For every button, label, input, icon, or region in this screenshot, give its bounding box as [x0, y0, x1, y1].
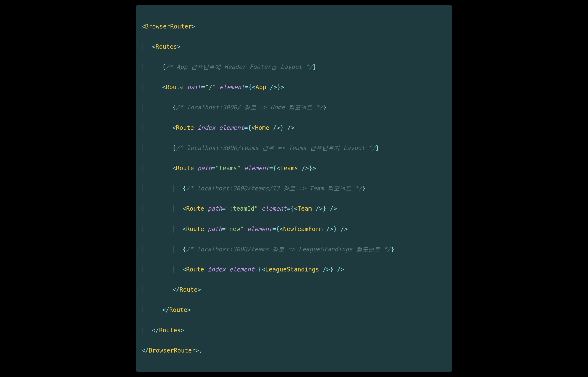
jsx-tag: BrowserRouter [145, 23, 192, 30]
jsx-attr: element [220, 84, 245, 91]
jsx-attr: path [187, 84, 201, 91]
jsx-string: "new" [225, 225, 243, 233]
code-line: </BrowserRouter>, [141, 345, 445, 356]
jsx-attr: index [208, 266, 225, 273]
jsx-attr: element [262, 205, 287, 212]
jsx-tag: NewTeamForm [283, 225, 323, 233]
jsx-tag: Routes [156, 43, 177, 50]
jsx-attr: element [247, 225, 272, 233]
jsx-tag: Home [255, 124, 269, 131]
jsx-comment: /* localhost:3000/teams 경로 => LeagueStan… [186, 246, 391, 253]
jsx-tag: Route [180, 286, 198, 293]
jsx-tag: App [255, 84, 266, 91]
jsx-comment: /* localhost:3000/ 경로 => Home 컴포넌트 */ [176, 104, 323, 111]
code-line: {/* App 컴포넌트에 Header Footer등 Layout */} [141, 62, 445, 72]
code-line: <Route path="teams" element={<Teams />}> [141, 163, 445, 173]
code-line: </Routes> [141, 325, 445, 336]
jsx-string: "/" [205, 84, 216, 91]
jsx-tag: Routes [159, 327, 181, 334]
code-line: <Routes> [141, 42, 445, 52]
jsx-attr: element [229, 266, 254, 273]
jsx-tag: Route [176, 165, 194, 172]
code-line: <Route path="new" element={<NewTeamForm … [141, 224, 445, 234]
jsx-attr: path [198, 165, 212, 172]
code-line: {/* localhost:3000/teams/13 경로 => Team 컴… [141, 183, 445, 194]
jsx-attr: index [198, 124, 215, 131]
code-line: {/* localhost:3000/teams 경로 => Teams 컴포넌… [141, 143, 445, 153]
code-line: <Route index element={<LeagueStandings /… [141, 264, 445, 275]
jsx-tag: Route [169, 306, 187, 313]
jsx-tag: Route [186, 266, 204, 273]
code-line: </Route> [141, 305, 445, 315]
jsx-tag: Route [186, 225, 204, 233]
code-line: <Route path="/" element={<App />}> [141, 82, 445, 92]
jsx-tag: Route [176, 124, 194, 131]
jsx-string: ":teamId" [225, 205, 258, 212]
code-line: <Route path=":teamId" element={<Team />}… [141, 204, 445, 214]
jsx-attr: element [219, 124, 244, 131]
jsx-tag: LeagueStandings [265, 266, 319, 273]
jsx-tag: Teams [280, 165, 298, 172]
jsx-attr: path [208, 225, 222, 233]
jsx-tag: Route [166, 84, 184, 91]
code-line: <BrowserRouter> [141, 22, 445, 32]
jsx-comment: /* localhost:3000/teams 경로 => Teams 컴포넌트… [176, 144, 376, 152]
code-line: {/* localhost:3000/ 경로 => Home 컴포넌트 */} [141, 102, 445, 113]
jsx-tag: Route [186, 205, 204, 212]
jsx-comment: /* App 컴포넌트에 Header Footer등 Layout */ [166, 63, 313, 71]
jsx-attr: element [244, 165, 269, 172]
jsx-string: "teams" [215, 165, 240, 172]
punctuation: , [199, 347, 203, 354]
code-line: </Route> [141, 285, 445, 295]
code-line: <Route index element={<Home />} /> [141, 123, 445, 133]
jsx-tag: BrowserRouter [149, 347, 195, 354]
jsx-tag: Team [297, 205, 312, 212]
code-editor: <BrowserRouter> <Routes> {/* App 컴포넌트에 H… [136, 5, 452, 372]
code-line: {/* localhost:3000/teams 경로 => LeagueSta… [141, 244, 445, 254]
jsx-attr: path [208, 205, 222, 212]
jsx-comment: /* localhost:3000/teams/13 경로 => Team 컴포… [186, 185, 362, 192]
